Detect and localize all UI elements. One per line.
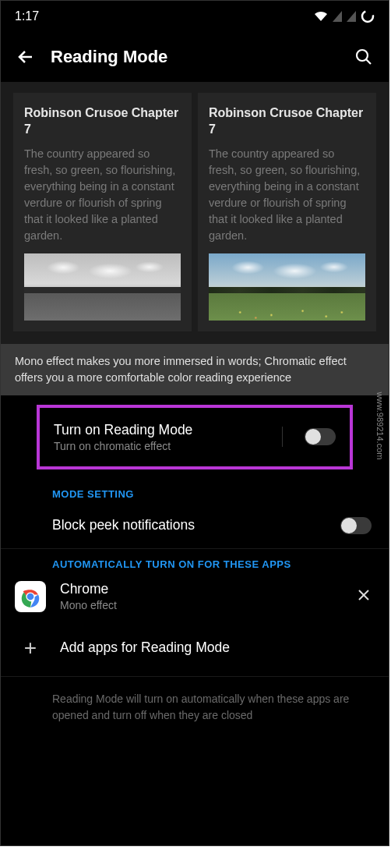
- status-icons: [314, 9, 375, 23]
- app-toolbar: Reading Mode: [1, 32, 389, 82]
- svg-point-4: [27, 593, 34, 600]
- section-auto-apps: AUTOMATICALLY TURN ON FOR THESE APPS: [1, 549, 389, 573]
- remove-app-button[interactable]: [356, 587, 372, 606]
- signal-bar-1-icon: [333, 11, 342, 22]
- footer-note: Reading Mode will turn on automatically …: [1, 677, 389, 738]
- app-effect: Mono effect: [60, 599, 342, 611]
- preview-mono-image: [24, 253, 181, 321]
- reading-mode-title: Turn on Reading Mode: [54, 422, 273, 438]
- preview-mono-body: The country appeared so fresh, so green,…: [24, 146, 181, 244]
- wifi-icon: [314, 11, 328, 22]
- effect-description: Mono effect makes you more immersed in w…: [1, 344, 389, 395]
- svg-point-1: [357, 50, 368, 61]
- preview-chromatic-body: The country appeared so fresh, so green,…: [209, 146, 365, 244]
- preview-mono[interactable]: Robinson Crusoe Chapter 7 The country ap…: [13, 93, 192, 331]
- page-title: Reading Mode: [51, 47, 339, 67]
- back-button[interactable]: [16, 48, 35, 66]
- preview-chromatic[interactable]: Robinson Crusoe Chapter 7 The country ap…: [198, 93, 376, 331]
- status-bar: 1:17: [1, 1, 389, 32]
- block-peek-switch[interactable]: [340, 517, 372, 534]
- svg-point-0: [362, 11, 373, 22]
- plus-icon: +: [18, 636, 43, 661]
- preview-mono-title: Robinson Crusoe Chapter 7: [24, 105, 181, 138]
- preview-chromatic-title: Robinson Crusoe Chapter 7: [209, 105, 365, 138]
- search-button[interactable]: [354, 48, 373, 66]
- search-icon: [354, 48, 373, 66]
- add-apps-label: Add apps for Reading Mode: [60, 639, 230, 656]
- block-peek-title: Block peek notifications: [52, 517, 331, 533]
- clock: 1:17: [15, 9, 39, 23]
- section-mode-setting: MODE SETTING: [1, 479, 389, 503]
- back-arrow-icon: [16, 48, 35, 66]
- close-icon: [356, 587, 372, 603]
- chrome-icon: [15, 581, 46, 612]
- add-apps-row[interactable]: + Add apps for Reading Mode: [1, 620, 389, 676]
- preview-row: Robinson Crusoe Chapter 7 The country ap…: [1, 82, 389, 344]
- app-name: Chrome: [60, 581, 342, 597]
- reading-mode-toggle-row[interactable]: Turn on Reading Mode Turn on chromatic e…: [37, 405, 353, 469]
- preview-chromatic-image: [209, 253, 365, 321]
- signal-bar-2-icon: [347, 11, 356, 22]
- reading-mode-subtitle: Turn on chromatic effect: [54, 440, 273, 452]
- reading-mode-switch[interactable]: [305, 428, 336, 445]
- watermark: www.989214.com: [376, 392, 386, 460]
- app-row-chrome[interactable]: Chrome Mono effect: [1, 573, 389, 620]
- loading-icon: [361, 9, 375, 23]
- block-peek-row[interactable]: Block peek notifications: [1, 503, 389, 548]
